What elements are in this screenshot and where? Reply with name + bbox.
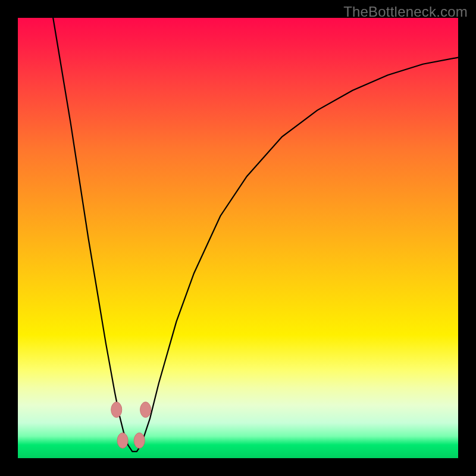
marker-point (117, 433, 128, 448)
marker-point (140, 402, 151, 418)
chart-svg (18, 18, 458, 458)
chart-frame: TheBottleneck.com (0, 0, 476, 476)
marker-group (111, 402, 151, 449)
watermark-text: TheBottleneck.com (343, 4, 468, 20)
curve-path (53, 18, 458, 452)
marker-point (134, 433, 145, 448)
plot-area (18, 18, 458, 458)
marker-point (111, 402, 122, 418)
